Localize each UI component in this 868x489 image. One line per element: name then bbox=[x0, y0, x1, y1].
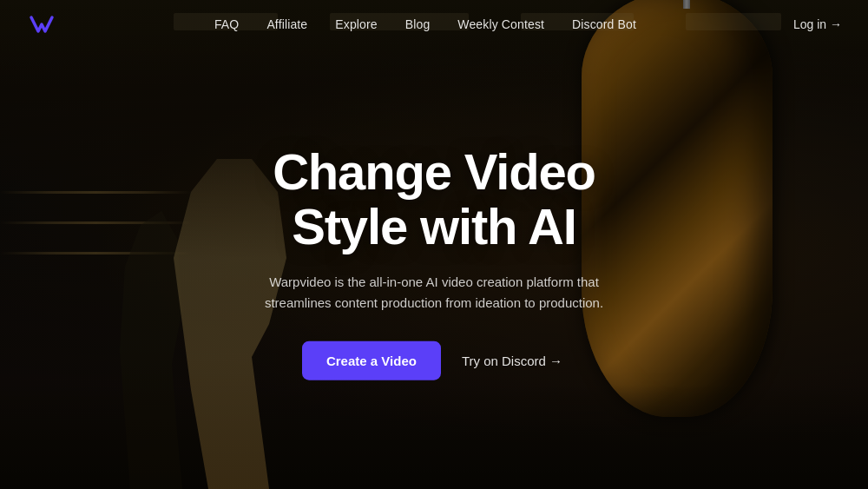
try-discord-button[interactable]: Try on Discord → bbox=[458, 341, 566, 380]
nav-link-discord-bot[interactable]: Discord Bot bbox=[572, 17, 636, 31]
logo[interactable] bbox=[26, 9, 57, 40]
nav-link-explore[interactable]: Explore bbox=[335, 17, 377, 31]
navbar: FAQ Affiliate Explore Blog Weekly Contes… bbox=[0, 0, 868, 49]
hero-title-line1: Change Video bbox=[273, 142, 595, 199]
logo-icon bbox=[26, 9, 57, 40]
nav-link-affiliate[interactable]: Affiliate bbox=[266, 17, 307, 31]
nav-item-blog[interactable]: Blog bbox=[405, 17, 431, 32]
nav-item-discord-bot[interactable]: Discord Bot bbox=[572, 17, 636, 32]
nav-item-weekly-contest[interactable]: Weekly Contest bbox=[457, 17, 544, 32]
hero-buttons: Create a Video Try on Discord → bbox=[252, 341, 616, 380]
nav-link-weekly-contest[interactable]: Weekly Contest bbox=[457, 17, 544, 31]
nav-links: FAQ Affiliate Explore Blog Weekly Contes… bbox=[214, 17, 636, 32]
hero-title-line2: Style with AI bbox=[292, 198, 576, 254]
hero-section: FAQ Affiliate Explore Blog Weekly Contes… bbox=[0, 0, 868, 489]
nav-item-explore[interactable]: Explore bbox=[335, 17, 377, 32]
nav-item-faq[interactable]: FAQ bbox=[214, 17, 239, 32]
hero-subtitle: Warpvideo is the all-in-one AI video cre… bbox=[252, 272, 616, 314]
login-button[interactable]: Log in → bbox=[793, 17, 842, 31]
hero-content: Change Video Style with AI Warpvideo is … bbox=[252, 143, 616, 380]
create-video-button[interactable]: Create a Video bbox=[302, 341, 441, 380]
hero-title: Change Video Style with AI bbox=[252, 143, 616, 254]
nav-link-faq[interactable]: FAQ bbox=[214, 17, 239, 31]
nav-link-blog[interactable]: Blog bbox=[405, 17, 431, 31]
nav-item-affiliate[interactable]: Affiliate bbox=[266, 17, 307, 32]
